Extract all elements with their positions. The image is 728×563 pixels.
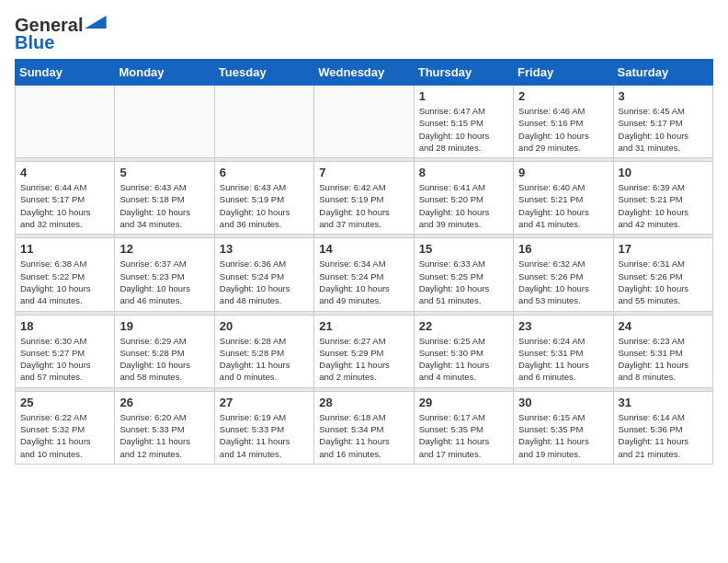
col-header-saturday: Saturday xyxy=(613,60,712,86)
col-header-tuesday: Tuesday xyxy=(214,60,313,86)
day-info: Sunrise: 6:31 AM Sunset: 5:26 PM Dayligh… xyxy=(619,258,708,306)
day-number: 10 xyxy=(619,166,708,179)
calendar-cell: 30Sunrise: 6:15 AM Sunset: 5:35 PM Dayli… xyxy=(514,391,613,464)
calendar-cell: 7Sunrise: 6:42 AM Sunset: 5:19 PM Daylig… xyxy=(314,162,414,235)
calendar-cell: 22Sunrise: 6:25 AM Sunset: 5:30 PM Dayli… xyxy=(414,315,513,387)
day-info: Sunrise: 6:43 AM Sunset: 5:19 PM Dayligh… xyxy=(220,181,309,230)
calendar-cell: 19Sunrise: 6:29 AM Sunset: 5:28 PM Dayli… xyxy=(115,315,214,387)
calendar-cell: 8Sunrise: 6:41 AM Sunset: 5:20 PM Daylig… xyxy=(414,162,513,235)
calendar-cell: 23Sunrise: 6:24 AM Sunset: 5:31 PM Dayli… xyxy=(514,315,613,387)
calendar-cell: 18Sunrise: 6:30 AM Sunset: 5:27 PM Dayli… xyxy=(16,315,115,387)
day-number: 22 xyxy=(419,319,508,333)
day-info: Sunrise: 6:44 AM Sunset: 5:17 PM Dayligh… xyxy=(20,181,109,230)
day-number: 29 xyxy=(419,396,508,409)
col-header-wednesday: Wednesday xyxy=(314,60,414,86)
calendar-cell: 1Sunrise: 6:47 AM Sunset: 5:15 PM Daylig… xyxy=(414,86,513,158)
day-info: Sunrise: 6:32 AM Sunset: 5:26 PM Dayligh… xyxy=(518,258,608,306)
calendar-cell: 15Sunrise: 6:33 AM Sunset: 5:25 PM Dayli… xyxy=(414,238,513,311)
day-info: Sunrise: 6:42 AM Sunset: 5:19 PM Dayligh… xyxy=(319,181,408,230)
day-number: 8 xyxy=(419,166,508,179)
day-info: Sunrise: 6:23 AM Sunset: 5:31 PM Dayligh… xyxy=(619,335,708,384)
day-info: Sunrise: 6:36 AM Sunset: 5:24 PM Dayligh… xyxy=(220,258,309,306)
day-number: 16 xyxy=(518,242,608,256)
day-info: Sunrise: 6:24 AM Sunset: 5:31 PM Dayligh… xyxy=(518,335,608,384)
calendar-cell: 4Sunrise: 6:44 AM Sunset: 5:17 PM Daylig… xyxy=(16,162,115,235)
day-info: Sunrise: 6:38 AM Sunset: 5:22 PM Dayligh… xyxy=(20,258,109,306)
logo: General Blue xyxy=(15,15,107,53)
day-number: 23 xyxy=(518,319,608,333)
day-number: 3 xyxy=(619,89,708,103)
svg-marker-0 xyxy=(85,16,107,29)
calendar-cell: 12Sunrise: 6:37 AM Sunset: 5:23 PM Dayli… xyxy=(115,238,214,311)
calendar-week-3: 11Sunrise: 6:38 AM Sunset: 5:22 PM Dayli… xyxy=(16,238,713,311)
calendar-cell: 2Sunrise: 6:46 AM Sunset: 5:16 PM Daylig… xyxy=(514,86,613,158)
calendar-cell: 27Sunrise: 6:19 AM Sunset: 5:33 PM Dayli… xyxy=(214,391,313,464)
calendar-cell: 28Sunrise: 6:18 AM Sunset: 5:34 PM Dayli… xyxy=(314,391,414,464)
day-number: 15 xyxy=(419,242,508,256)
day-info: Sunrise: 6:43 AM Sunset: 5:18 PM Dayligh… xyxy=(119,181,209,230)
calendar-cell: 9Sunrise: 6:40 AM Sunset: 5:21 PM Daylig… xyxy=(514,162,613,235)
day-number: 25 xyxy=(20,396,109,409)
day-number: 26 xyxy=(119,396,209,409)
day-info: Sunrise: 6:33 AM Sunset: 5:25 PM Dayligh… xyxy=(419,258,508,306)
calendar-cell: 24Sunrise: 6:23 AM Sunset: 5:31 PM Dayli… xyxy=(613,315,712,387)
calendar-cell: 16Sunrise: 6:32 AM Sunset: 5:26 PM Dayli… xyxy=(514,238,613,311)
calendar-cell xyxy=(16,86,115,158)
calendar-cell: 17Sunrise: 6:31 AM Sunset: 5:26 PM Dayli… xyxy=(613,238,712,311)
calendar-cell xyxy=(314,86,414,158)
day-info: Sunrise: 6:17 AM Sunset: 5:35 PM Dayligh… xyxy=(419,411,508,460)
calendar-cell: 10Sunrise: 6:39 AM Sunset: 5:21 PM Dayli… xyxy=(613,162,712,235)
day-info: Sunrise: 6:34 AM Sunset: 5:24 PM Dayligh… xyxy=(319,258,408,306)
col-header-friday: Friday xyxy=(514,60,613,86)
calendar-cell: 31Sunrise: 6:14 AM Sunset: 5:36 PM Dayli… xyxy=(613,391,712,464)
day-number: 18 xyxy=(20,319,109,333)
page-header: General Blue xyxy=(15,15,713,53)
day-info: Sunrise: 6:40 AM Sunset: 5:21 PM Dayligh… xyxy=(518,181,608,230)
day-number: 7 xyxy=(319,166,408,179)
calendar-week-1: 1Sunrise: 6:47 AM Sunset: 5:15 PM Daylig… xyxy=(16,86,713,158)
day-number: 28 xyxy=(319,396,408,409)
day-number: 14 xyxy=(319,242,408,256)
day-number: 2 xyxy=(518,89,608,103)
day-info: Sunrise: 6:14 AM Sunset: 5:36 PM Dayligh… xyxy=(619,411,708,460)
col-header-sunday: Sunday xyxy=(16,60,115,86)
calendar-table: SundayMondayTuesdayWednesdayThursdayFrid… xyxy=(15,59,713,465)
calendar-cell: 6Sunrise: 6:43 AM Sunset: 5:19 PM Daylig… xyxy=(214,162,313,235)
day-info: Sunrise: 6:27 AM Sunset: 5:29 PM Dayligh… xyxy=(319,335,408,384)
day-info: Sunrise: 6:41 AM Sunset: 5:20 PM Dayligh… xyxy=(419,181,508,230)
day-info: Sunrise: 6:30 AM Sunset: 5:27 PM Dayligh… xyxy=(20,335,109,384)
day-number: 19 xyxy=(119,319,209,333)
col-header-thursday: Thursday xyxy=(414,60,513,86)
calendar-cell: 3Sunrise: 6:45 AM Sunset: 5:17 PM Daylig… xyxy=(613,86,712,158)
calendar-cell: 14Sunrise: 6:34 AM Sunset: 5:24 PM Dayli… xyxy=(314,238,414,311)
day-number: 21 xyxy=(319,319,408,333)
logo-icon xyxy=(85,16,107,29)
day-number: 20 xyxy=(220,319,309,333)
day-info: Sunrise: 6:19 AM Sunset: 5:33 PM Dayligh… xyxy=(220,411,309,460)
day-info: Sunrise: 6:47 AM Sunset: 5:15 PM Dayligh… xyxy=(419,105,508,154)
calendar-cell: 21Sunrise: 6:27 AM Sunset: 5:29 PM Dayli… xyxy=(314,315,414,387)
day-number: 17 xyxy=(619,242,708,256)
calendar-cell xyxy=(214,86,313,158)
day-number: 12 xyxy=(119,242,209,256)
day-number: 31 xyxy=(619,396,708,409)
day-number: 9 xyxy=(518,166,608,179)
day-number: 11 xyxy=(20,242,109,256)
day-number: 27 xyxy=(220,396,309,409)
calendar-week-5: 25Sunrise: 6:22 AM Sunset: 5:32 PM Dayli… xyxy=(16,391,713,464)
day-info: Sunrise: 6:45 AM Sunset: 5:17 PM Dayligh… xyxy=(619,105,708,154)
day-info: Sunrise: 6:29 AM Sunset: 5:28 PM Dayligh… xyxy=(119,335,209,384)
day-info: Sunrise: 6:18 AM Sunset: 5:34 PM Dayligh… xyxy=(319,411,408,460)
day-info: Sunrise: 6:22 AM Sunset: 5:32 PM Dayligh… xyxy=(20,411,109,460)
calendar-cell: 29Sunrise: 6:17 AM Sunset: 5:35 PM Dayli… xyxy=(414,391,513,464)
calendar-cell: 5Sunrise: 6:43 AM Sunset: 5:18 PM Daylig… xyxy=(115,162,214,235)
calendar-cell: 11Sunrise: 6:38 AM Sunset: 5:22 PM Dayli… xyxy=(16,238,115,311)
logo-blue: Blue xyxy=(15,32,54,53)
calendar-cell: 20Sunrise: 6:28 AM Sunset: 5:28 PM Dayli… xyxy=(214,315,313,387)
day-info: Sunrise: 6:39 AM Sunset: 5:21 PM Dayligh… xyxy=(619,181,708,230)
day-info: Sunrise: 6:37 AM Sunset: 5:23 PM Dayligh… xyxy=(119,258,209,306)
day-info: Sunrise: 6:46 AM Sunset: 5:16 PM Dayligh… xyxy=(518,105,608,154)
day-info: Sunrise: 6:28 AM Sunset: 5:28 PM Dayligh… xyxy=(220,335,309,384)
day-number: 6 xyxy=(220,166,309,179)
day-info: Sunrise: 6:15 AM Sunset: 5:35 PM Dayligh… xyxy=(518,411,608,460)
